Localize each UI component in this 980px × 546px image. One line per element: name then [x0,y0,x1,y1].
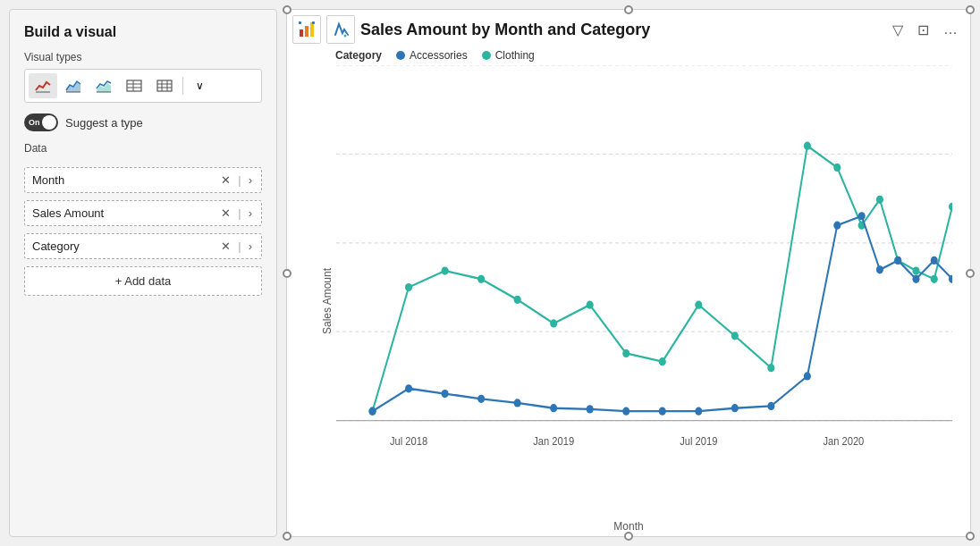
visual-types-section: Visual types [24,51,262,103]
svg-marker-3 [97,83,111,92]
sales-amount-field-remove-btn[interactable]: ✕ [219,206,232,220]
table-chart-type-btn[interactable] [120,73,148,98]
y-axis-label: Sales Amount [321,267,334,333]
sales-amount-field-label: Sales Amount [32,206,104,220]
accessories-label: Accessories [410,49,468,62]
svg-text:Jul 2018: Jul 2018 [390,435,427,449]
accessories-dot [396,51,405,60]
chart-svg: 200K 150K 100K 50K 0K Jul 2018 Jan 2019 … [336,65,952,509]
x-axis-label: Month [613,520,643,533]
accessories-dot-18 [912,275,919,283]
clothing-dot-8 [622,349,629,357]
svg-point-19 [343,34,347,38]
panel-title: Build a visual [24,24,262,40]
svg-rect-15 [305,26,308,37]
legend-category-label: Category [335,49,382,62]
clothing-dot-11 [731,332,739,340]
svg-rect-9 [157,80,172,91]
accessories-dot-7 [587,405,594,413]
clothing-dot-19 [931,275,938,283]
clothing-dot [482,51,491,60]
category-field-actions: ✕ | › [219,239,254,253]
clothing-dot-10 [695,301,702,309]
format-icon-btn[interactable] [326,15,355,44]
chart-toolbar: Sales Amount by Month and Category ▽ ⊡ … [287,10,970,47]
filter-btn[interactable]: ▽ [889,20,907,40]
month-field-label: Month [32,173,64,187]
visual-types-divider [182,77,183,95]
legend-accessories: Accessories [396,49,468,62]
clothing-dot-14 [833,164,841,172]
clothing-dot-3 [442,266,449,274]
accessories-dot-16 [876,265,883,273]
svg-rect-17 [299,21,301,24]
expand-btn[interactable]: ⊡ [914,20,933,40]
legend-clothing: Clothing [482,49,535,62]
svg-rect-5 [127,80,141,91]
category-field-label: Category [32,239,80,253]
visual-types-more-btn[interactable]: ∨ [187,73,212,98]
clothing-dot-18 [912,266,919,274]
matrix-chart-type-btn[interactable] [150,73,179,98]
clothing-label: Clothing [495,49,535,62]
data-section: Data Month ✕ | › Sales Amount ✕ | › Cate… [24,142,262,296]
svg-text:Jan 2019: Jan 2019 [533,435,574,449]
sales-amount-field-expand-btn[interactable]: › [247,206,254,220]
accessories-dot-3 [442,390,449,398]
accessories-dot-11 [731,404,739,412]
sales-amount-field: Sales Amount ✕ | › [24,200,262,226]
resize-handle-tr[interactable] [966,5,975,14]
chart-panel: Sales Amount by Month and Category ▽ ⊡ …… [286,9,971,537]
more-options-btn[interactable]: … [940,20,961,39]
accessories-dot-19 [931,256,938,265]
toggle-knob [42,115,56,130]
month-field-actions: ✕ | › [219,173,254,187]
sales-amount-field-actions: ✕ | › [219,206,254,220]
category-field-remove-btn[interactable]: ✕ [219,239,232,253]
svg-text:Jul 2019: Jul 2019 [680,435,717,449]
visual-types-label: Visual types [24,51,262,63]
suggest-toggle[interactable]: On [24,113,58,131]
build-visual-panel: Build a visual Visual types [9,9,277,537]
clothing-dot-5 [514,296,521,304]
month-field-remove-btn[interactable]: ✕ [219,173,232,187]
clothing-dot-20 [949,203,952,211]
accessories-dot-4 [477,395,485,403]
toggle-on-label: On [29,118,40,127]
category-field: Category ✕ | › [24,233,262,259]
category-field-expand-btn[interactable]: › [247,239,254,253]
clothing-dot-7 [587,301,594,309]
svg-text:Jan 2020: Jan 2020 [824,435,865,449]
chart-header-actions: ▽ ⊡ … [889,20,961,40]
resize-handle-tm[interactable] [624,5,633,14]
clothing-dot-2 [405,283,412,291]
accessories-dot-14 [833,222,841,230]
suggest-type-row: On Suggest a type [24,113,262,131]
accessories-dot-2 [405,384,412,392]
chart-title: Sales Amount by Month and Category [360,21,883,39]
accessories-dot-8 [622,407,629,416]
accessories-dot-17 [894,256,901,265]
add-data-button[interactable]: + Add data [24,266,262,296]
svg-rect-18 [312,21,315,24]
accessories-dot-12 [767,402,774,410]
clothing-dot-4 [477,275,485,283]
suggest-type-label: Suggest a type [65,116,143,130]
clothing-dot-13 [804,142,811,150]
accessories-dot-15 [858,212,866,220]
clothing-line [373,146,952,411]
data-section-label: Data [24,142,262,155]
line-area-chart-type-btn[interactable] [89,73,118,98]
resize-handle-tl[interactable] [283,5,291,14]
area-chart-type-btn[interactable] [59,73,88,98]
accessories-line [373,216,952,411]
month-field-expand-btn[interactable]: › [247,173,254,187]
svg-rect-14 [300,29,303,37]
accessories-dot-5 [514,399,521,407]
accessories-dot-13 [804,372,811,380]
line-chart-type-btn[interactable] [29,73,57,98]
month-field: Month ✕ | › [24,167,262,193]
svg-rect-16 [310,22,314,37]
build-visual-icon-btn[interactable] [292,15,321,44]
clothing-dot-6 [550,319,557,327]
